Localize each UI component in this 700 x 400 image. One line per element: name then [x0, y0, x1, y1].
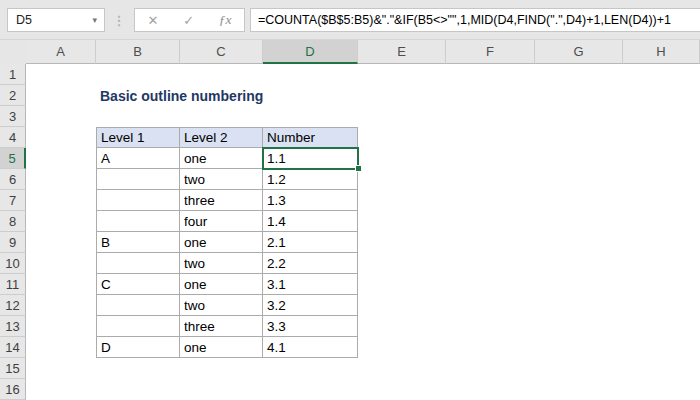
column-headers: ABCDEFGH: [0, 40, 700, 64]
row-header-5[interactable]: 5: [0, 148, 26, 169]
insert-function-icon[interactable]: ƒx: [219, 12, 232, 28]
row-header-4[interactable]: 4: [0, 127, 26, 148]
cell-b4[interactable]: Level 1: [96, 127, 180, 148]
cell-c12[interactable]: two: [180, 295, 263, 316]
formula-text: =COUNTA($B$5:B5)&"."&IF(B5<>"",1,MID(D4,…: [258, 13, 671, 27]
row-header-15[interactable]: 15: [0, 358, 26, 379]
cell-c13[interactable]: three: [180, 316, 263, 337]
fill-handle[interactable]: [355, 165, 362, 172]
cell-b11[interactable]: C: [96, 274, 180, 295]
row-header-16[interactable]: 16: [0, 379, 26, 400]
row-header-2[interactable]: 2: [0, 85, 26, 106]
row-header-3[interactable]: 3: [0, 106, 26, 127]
cell-d6[interactable]: 1.2: [263, 169, 358, 190]
name-box[interactable]: D5 ▾: [7, 8, 105, 32]
column-header-f[interactable]: F: [446, 40, 535, 64]
column-header-a[interactable]: A: [26, 40, 96, 64]
formula-input[interactable]: =COUNTA($B$5:B5)&"."&IF(B5<>"",1,MID(D4,…: [250, 8, 700, 32]
row-header-7[interactable]: 7: [0, 190, 26, 211]
cell-d11[interactable]: 3.1: [263, 274, 358, 295]
cell-b5[interactable]: A: [96, 148, 180, 169]
row-header-9[interactable]: 9: [0, 232, 26, 253]
row-header-10[interactable]: 10: [0, 253, 26, 274]
cell-c8[interactable]: four: [180, 211, 263, 232]
row-header-14[interactable]: 14: [0, 337, 26, 358]
name-box-dropdown-icon[interactable]: ▾: [92, 16, 97, 25]
cell-c10[interactable]: two: [180, 253, 263, 274]
cell-d14[interactable]: 4.1: [263, 337, 358, 358]
cell-b13[interactable]: [96, 316, 180, 337]
row-header-1[interactable]: 1: [0, 64, 26, 85]
cell-c5[interactable]: one: [180, 148, 263, 169]
cell-d5[interactable]: 1.1: [263, 148, 358, 169]
cell-b7[interactable]: [96, 190, 180, 211]
cell-b6[interactable]: [96, 169, 180, 190]
name-box-value: D5: [16, 13, 32, 27]
cell-b14[interactable]: D: [96, 337, 180, 358]
row-header-6[interactable]: 6: [0, 169, 26, 190]
cell-c14[interactable]: one: [180, 337, 263, 358]
cell-b10[interactable]: [96, 253, 180, 274]
enter-icon[interactable]: ✓: [183, 13, 194, 28]
row-headers: 12345678910111213141516: [0, 64, 26, 400]
cell-c6[interactable]: two: [180, 169, 263, 190]
cell-d13[interactable]: 3.3: [263, 316, 358, 337]
cell-d12[interactable]: 3.2: [263, 295, 358, 316]
sheet-title-cell[interactable]: Basic outline numbering: [100, 85, 263, 106]
cell-b9[interactable]: B: [96, 232, 180, 253]
cell-d7[interactable]: 1.3: [263, 190, 358, 211]
column-header-h[interactable]: H: [623, 40, 700, 64]
column-header-e[interactable]: E: [358, 40, 446, 64]
cell-b8[interactable]: [96, 211, 180, 232]
cancel-icon[interactable]: ✕: [147, 13, 158, 28]
cell-d10[interactable]: 2.2: [263, 253, 358, 274]
row-header-12[interactable]: 12: [0, 295, 26, 316]
row-header-11[interactable]: 11: [0, 274, 26, 295]
cell-d8[interactable]: 1.4: [263, 211, 358, 232]
formula-buttons: ✕ ✓ ƒx: [134, 8, 245, 32]
column-header-g[interactable]: G: [535, 40, 623, 64]
row-header-13[interactable]: 13: [0, 316, 26, 337]
cell-c4[interactable]: Level 2: [180, 127, 263, 148]
cell-c7[interactable]: three: [180, 190, 263, 211]
column-header-d[interactable]: D: [263, 40, 358, 64]
formula-toolbar: D5 ▾ ⋮ ✕ ✓ ƒx =COUNTA($B$5:B5)&"."&IF(B5…: [0, 0, 700, 40]
column-header-c[interactable]: C: [180, 40, 263, 64]
cell-d4[interactable]: Number: [263, 127, 358, 148]
toolbar-separator-icon: ⋮: [111, 8, 127, 32]
row-header-8[interactable]: 8: [0, 211, 26, 232]
column-header-b[interactable]: B: [96, 40, 180, 64]
cell-c11[interactable]: one: [180, 274, 263, 295]
cell-c9[interactable]: one: [180, 232, 263, 253]
cell-d9[interactable]: 2.1: [263, 232, 358, 253]
cell-b12[interactable]: [96, 295, 180, 316]
